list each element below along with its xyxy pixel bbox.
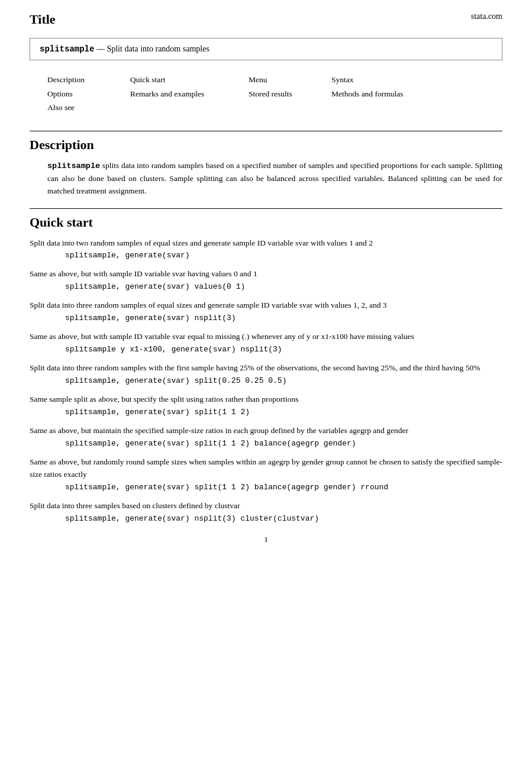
qs-item-5: Split data into three random samples wit… [30, 362, 502, 385]
description-heading: Description [30, 131, 502, 153]
description-body: splitsample splits data into random samp… [47, 160, 502, 198]
command-name: splitsample [40, 44, 94, 54]
quick-start-section: Quick start Split data into two random s… [30, 208, 502, 523]
qs-desc-2: Same as above, but with sample ID variab… [30, 268, 502, 280]
qs-item-8: Same as above, but randomly round sample… [30, 456, 502, 492]
qs-item-4: Same as above, but with sample ID variab… [30, 331, 502, 354]
qs-item-3: Split data into three random samples of … [30, 299, 502, 322]
qs-desc-4: Same as above, but with sample ID variab… [30, 331, 502, 343]
qs-code-6: splitsample, generate(svar) split(1 1 2) [65, 408, 502, 417]
title-box: splitsample — Split data into random sam… [30, 38, 502, 60]
nav-empty-3 [331, 101, 462, 114]
page: Title stata.com splitsample — Split data… [0, 0, 532, 778]
qs-desc-9: Split data into three samples based on c… [30, 500, 502, 512]
qs-item-2: Same as above, but with sample ID variab… [30, 268, 502, 291]
nav-quick-start[interactable]: Quick start [130, 73, 249, 86]
nav-methods[interactable]: Methods and formulas [331, 88, 462, 101]
qs-desc-3: Split data into three random samples of … [30, 299, 502, 312]
qs-code-2: splitsample, generate(svar) values(0 1) [65, 282, 502, 291]
qs-code-7: splitsample, generate(svar) split(1 1 2)… [65, 439, 502, 448]
nav-stored-results[interactable]: Stored results [249, 88, 331, 101]
page-number: 1 [30, 535, 502, 544]
nav-empty-1 [130, 101, 249, 114]
nav-remarks[interactable]: Remarks and examples [130, 88, 249, 101]
qs-desc-8: Same as above, but randomly round sample… [30, 456, 502, 481]
qs-item-1: Split data into two random samples of eq… [30, 237, 502, 260]
nav-table: Description Quick start Menu Syntax Opti… [47, 73, 502, 114]
qs-item-6: Same sample split as above, but specify … [30, 393, 502, 417]
qs-desc-6: Same sample split as above, but specify … [30, 393, 502, 406]
qs-desc-1: Split data into two random samples of eq… [30, 237, 502, 250]
nav-also-see[interactable]: Also see [47, 101, 130, 114]
nav-syntax[interactable]: Syntax [331, 73, 462, 86]
description-command: splitsample [47, 162, 100, 170]
title-description: Split data into random samples [107, 44, 209, 53]
qs-code-4: splitsample y x1-x100, generate(svar) ns… [65, 345, 502, 354]
quick-start-heading: Quick start [30, 208, 502, 230]
nav-description[interactable]: Description [47, 73, 130, 86]
qs-code-3: splitsample, generate(svar) nsplit(3) [65, 314, 502, 322]
qs-desc-5: Split data into three random samples wit… [30, 362, 502, 375]
qs-item-9: Split data into three samples based on c… [30, 500, 502, 523]
qs-code-1: splitsample, generate(svar) [65, 251, 502, 260]
qs-code-8: splitsample, generate(svar) split(1 1 2)… [65, 483, 502, 492]
site-label: stata.com [471, 12, 502, 21]
title-separator: — [96, 44, 105, 53]
qs-code-5: splitsample, generate(svar) split(0.25 0… [65, 376, 502, 385]
qs-item-7: Same as above, but maintain the specifie… [30, 425, 502, 448]
nav-empty-2 [249, 101, 331, 114]
description-section: Description splitsample splits data into… [30, 131, 502, 198]
page-title: Title [30, 12, 56, 27]
header: Title stata.com [30, 12, 502, 27]
qs-code-9: splitsample, generate(svar) nsplit(3) cl… [65, 514, 502, 523]
nav-options[interactable]: Options [47, 88, 130, 101]
nav-menu[interactable]: Menu [249, 73, 331, 86]
qs-desc-7: Same as above, but maintain the specifie… [30, 425, 502, 437]
